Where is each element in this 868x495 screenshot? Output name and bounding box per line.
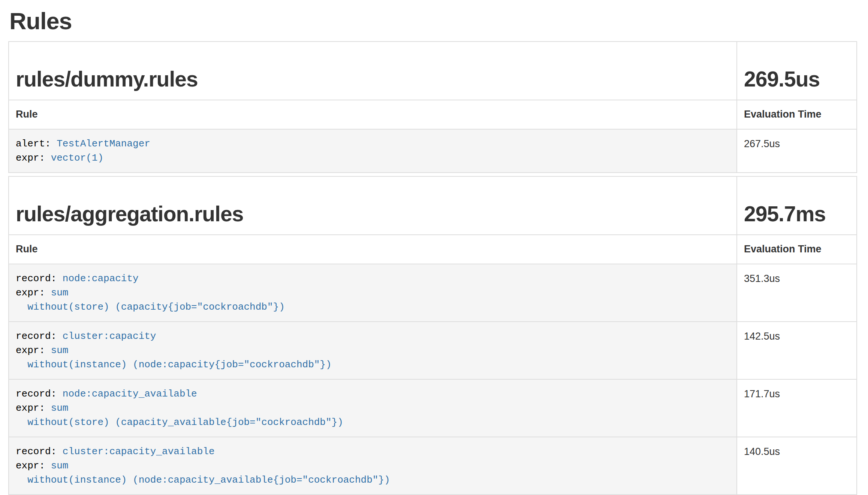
- rule-line: without(instance) (node:capacity{job="co…: [16, 358, 730, 372]
- rule-line: without(instance) (node:capacity_availab…: [16, 473, 730, 487]
- rule-row: record: node:capacityexpr: sum without(s…: [9, 264, 857, 322]
- rule-keyword-text: expr:: [16, 460, 51, 471]
- rule-row: record: node:capacity_availableexpr: sum…: [9, 379, 857, 437]
- group-evaluation-time: 269.5us: [744, 67, 820, 91]
- rule-line: without(store) (capacity{job="cockroachd…: [16, 300, 730, 314]
- rule-group-eval-time-cell: 269.5us: [737, 42, 857, 100]
- rule-keyword-text: alert:: [16, 138, 57, 149]
- rule-keyword-text: expr:: [16, 345, 51, 356]
- rule-expression-link[interactable]: without(store) (capacity_available{job="…: [27, 417, 343, 428]
- rule-row: record: cluster:capacityexpr: sum withou…: [9, 322, 857, 379]
- rule-keyword-text: record:: [16, 388, 63, 400]
- group-evaluation-time: 295.7ms: [744, 202, 826, 226]
- column-header-row: RuleEvaluation Time: [9, 100, 857, 129]
- rule-line: alert: TestAlertManager: [16, 137, 730, 151]
- rule-line: record: node:capacity_available: [16, 387, 730, 401]
- rule-group-name: rules/aggregation.rules: [16, 202, 243, 226]
- rule-expression-link[interactable]: without(instance) (node:capacity_availab…: [27, 474, 390, 486]
- rule-row: record: cluster:capacity_availableexpr: …: [9, 437, 857, 495]
- rule-expression-link[interactable]: sum: [51, 345, 69, 356]
- rule-expression-link[interactable]: vector(1): [51, 152, 103, 164]
- rule-expression-link[interactable]: node:capacity: [63, 273, 139, 284]
- rule-expression-link[interactable]: without(instance) (node:capacity{job="co…: [27, 359, 331, 370]
- rule-definition: record: node:capacityexpr: sum without(s…: [9, 264, 737, 322]
- rule-line: expr: sum: [16, 401, 730, 415]
- rule-group-name-cell: rules/dummy.rules: [9, 42, 737, 100]
- rule-line: record: cluster:capacity: [16, 329, 730, 343]
- rule-expression-link[interactable]: sum: [51, 403, 69, 414]
- rule-line: expr: sum: [16, 459, 730, 473]
- rule-keyword-text: [16, 417, 27, 428]
- rule-expression-link[interactable]: node:capacity_available: [63, 388, 197, 400]
- rule-line: without(store) (capacity_available{job="…: [16, 415, 730, 429]
- rule-definition: alert: TestAlertManagerexpr: vector(1): [9, 129, 737, 173]
- rule-keyword-text: [16, 474, 27, 486]
- rule-expression-link[interactable]: sum: [51, 460, 69, 471]
- column-header-row: RuleEvaluation Time: [9, 235, 857, 264]
- rule-definition: record: cluster:capacityexpr: sum withou…: [9, 322, 737, 379]
- rule-definition: record: node:capacity_availableexpr: sum…: [9, 379, 737, 437]
- rule-expression-link[interactable]: TestAlertManager: [57, 138, 150, 149]
- rule-line: record: cluster:capacity_available: [16, 444, 730, 459]
- rule-evaluation-time: 140.5us: [737, 437, 857, 495]
- page-title: Rules: [9, 8, 868, 34]
- evaluation-time-column-header: Evaluation Time: [737, 235, 857, 264]
- rule-keyword-text: expr:: [16, 403, 51, 414]
- rule-keyword-text: record:: [16, 446, 63, 457]
- rule-expression-link[interactable]: cluster:capacity_available: [63, 446, 215, 457]
- rule-evaluation-time: 142.5us: [737, 322, 857, 379]
- rule-expression-link[interactable]: without(store) (capacity{job="cockroachd…: [27, 301, 285, 313]
- rule-line: expr: sum: [16, 343, 730, 358]
- rule-line: expr: vector(1): [16, 151, 730, 165]
- rule-expression-link[interactable]: sum: [51, 287, 69, 298]
- rule-group-header-row: rules/dummy.rules269.5us: [9, 42, 857, 100]
- rule-group-name-cell: rules/aggregation.rules: [9, 176, 737, 235]
- rule-groups-container: rules/dummy.rules269.5usRuleEvaluation T…: [0, 41, 868, 495]
- rule-evaluation-time: 267.5us: [737, 129, 857, 173]
- rule-evaluation-time: 351.3us: [737, 264, 857, 322]
- rule-line: expr: sum: [16, 286, 730, 300]
- rule-column-header: Rule: [9, 235, 737, 264]
- rule-keyword-text: [16, 301, 27, 313]
- rule-column-header: Rule: [9, 100, 737, 129]
- rule-group-table: rules/dummy.rules269.5usRuleEvaluation T…: [8, 41, 857, 173]
- rule-evaluation-time: 171.7us: [737, 379, 857, 437]
- rule-expression-link[interactable]: cluster:capacity: [63, 331, 156, 342]
- rule-row: alert: TestAlertManagerexpr: vector(1)26…: [9, 129, 857, 173]
- rule-definition: record: cluster:capacity_availableexpr: …: [9, 437, 737, 495]
- rule-group-table: rules/aggregation.rules295.7msRuleEvalua…: [8, 176, 857, 495]
- rule-group-eval-time-cell: 295.7ms: [737, 176, 857, 235]
- rule-keyword-text: expr:: [16, 287, 51, 298]
- rule-keyword-text: record:: [16, 331, 63, 342]
- rule-group-header-row: rules/aggregation.rules295.7ms: [9, 176, 857, 235]
- rule-line: record: node:capacity: [16, 271, 730, 286]
- rule-keyword-text: expr:: [16, 152, 51, 164]
- rule-keyword-text: [16, 359, 27, 370]
- rule-keyword-text: record:: [16, 273, 63, 284]
- evaluation-time-column-header: Evaluation Time: [737, 100, 857, 129]
- rule-group-name: rules/dummy.rules: [16, 67, 198, 91]
